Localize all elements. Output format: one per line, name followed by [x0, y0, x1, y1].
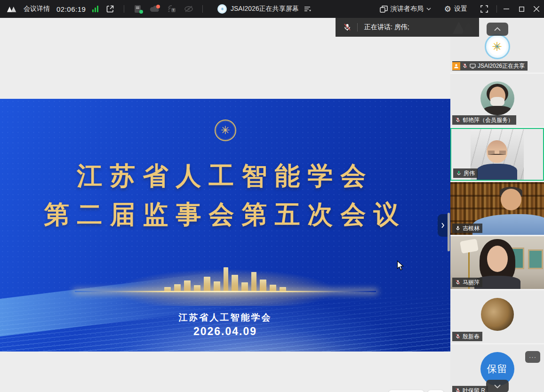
jsai-logo-avatar: ✳✳	[485, 34, 510, 59]
participant-label: 马丽萍	[452, 278, 482, 287]
participant-label: 殷新春	[452, 332, 482, 341]
participant-label: 郁艳萍（会员服务）	[452, 115, 516, 125]
participant-name: JSAI2026正在共享	[478, 63, 525, 69]
annotate-button[interactable]: 批注	[389, 390, 424, 392]
open-window-icon[interactable]	[105, 4, 115, 14]
chevron-down-icon	[494, 384, 501, 388]
participant-name: 吉根林	[463, 225, 480, 231]
participant-avatar	[480, 81, 514, 115]
participant-name: 郁艳萍（会员服务）	[463, 117, 513, 123]
fullscreen-button[interactable]	[474, 0, 495, 18]
city-skyline-graphic	[103, 264, 348, 292]
svg-text:T: T	[173, 8, 175, 12]
chevron-up-icon	[494, 27, 501, 31]
participant-tile-yuyanping[interactable]: 郁艳萍（会员服务）	[450, 74, 544, 127]
participant-label: 吉根林	[452, 224, 482, 233]
society-emblem-icon: ✳	[215, 120, 236, 141]
network-share-icon[interactable]: T	[167, 4, 177, 14]
slide-title-line2: 第二届监事会第五次会议	[0, 198, 450, 232]
avatar-initials: 保留	[487, 362, 508, 376]
scroll-down-button[interactable]	[486, 380, 509, 392]
fullscreen-icon	[480, 5, 488, 13]
participant-label: 房伟	[453, 168, 478, 178]
participant-tile-fangwei[interactable]: 房伟	[450, 128, 544, 181]
chevron-right-icon	[441, 223, 445, 228]
gear-icon: ⚙	[444, 5, 451, 13]
slide-title-line1: 江苏省人工智能学会	[0, 159, 450, 193]
layout-selector[interactable]: 演讲者布局	[373, 0, 438, 18]
sidebar-expand-tab[interactable]	[438, 214, 448, 237]
slide-footer-date: 2026.04.09	[0, 325, 450, 338]
more-options-button[interactable]: ···	[525, 351, 540, 363]
participant-avatar	[481, 298, 514, 331]
sharing-status-text: JSAI2026正在共享屏幕	[231, 5, 299, 13]
participant-tile-yinxinchun[interactable]: 殷新春	[450, 290, 544, 343]
sidebar-scrollbar[interactable]	[448, 213, 450, 251]
participant-tile-jigenlin[interactable]: 吉根林	[450, 182, 544, 235]
share-control-icon[interactable]	[303, 4, 313, 14]
mic-muted-icon	[455, 280, 461, 285]
skyline-baseline	[75, 291, 376, 292]
slide-footer-org: 江苏省人工智能学会	[0, 312, 450, 324]
participant-tile-yebaoliu[interactable]: 保留 ··· 叶保留 R	[450, 344, 544, 392]
app-logo-icon	[7, 4, 17, 14]
speaking-name: 房伟;	[394, 23, 409, 32]
mic-muted-icon	[455, 334, 461, 339]
zoom-button[interactable]	[428, 390, 444, 392]
sidebar-collapse-button[interactable]	[487, 23, 508, 36]
hide-eye-icon[interactable]	[184, 4, 194, 14]
participant-label: JSAI2026正在共享	[452, 61, 528, 71]
screen-share-icon	[470, 64, 476, 69]
titlebar-divider	[496, 5, 497, 13]
presentation-slide: ✳ 江苏省人工智能学会 第二届监事会第五次会议 江苏省人工智能学会 2026.0…	[0, 99, 450, 352]
host-badge-icon	[452, 62, 460, 70]
watermark-logo-icon	[452, 20, 476, 36]
sharer-avatar: ✳	[217, 4, 227, 14]
participant-label: 叶保留 R	[452, 386, 488, 392]
participant-name: 房伟	[464, 170, 475, 176]
meeting-details-button[interactable]: 会议详情	[24, 5, 50, 13]
titlebar-divider	[124, 5, 124, 13]
toast-divider	[357, 23, 358, 32]
participant-tile-maliping[interactable]: 马丽萍	[450, 236, 544, 289]
speaking-toast: 正在讲话: 房伟;	[336, 18, 479, 37]
network-signal-icon[interactable]	[92, 6, 98, 12]
participant-name: 殷新春	[463, 334, 480, 339]
settings-button[interactable]: ⚙ 设置	[438, 0, 474, 18]
mic-muted-icon	[455, 117, 461, 123]
settings-label: 设置	[454, 5, 467, 13]
layout-label: 演讲者布局	[391, 5, 424, 13]
titlebar-divider	[202, 5, 203, 13]
meeting-timer: 02:06:19	[56, 5, 86, 13]
mic-speaking-icon	[456, 170, 462, 176]
participant-video	[471, 129, 524, 180]
mic-muted-icon	[455, 388, 461, 392]
participants-sidebar: ✳✳ JSAI2026正在共享 郁艳萍（会员服务）	[450, 18, 544, 392]
maximize-button[interactable]	[514, 0, 529, 18]
chevron-down-icon	[426, 8, 431, 10]
cloud-icon[interactable]	[150, 4, 160, 14]
window-titlebar: 会议详情 02:06:19 T ✳ JSAI2026正在共享屏幕	[0, 0, 544, 18]
shared-screen-stage: ✳ 江苏省人工智能学会 第二届监事会第五次会议 江苏省人工智能学会 2026.0…	[0, 18, 450, 392]
close-button[interactable]	[529, 0, 544, 18]
participant-name: 马丽萍	[463, 280, 480, 285]
mic-muted-icon	[336, 23, 357, 32]
recording-file-icon[interactable]	[133, 4, 143, 14]
speaking-prefix: 正在讲话:	[364, 23, 392, 32]
participant-name: 叶保留 R	[463, 388, 485, 392]
minimize-button[interactable]	[499, 0, 514, 18]
mic-muted-icon	[462, 63, 468, 69]
mic-on-icon	[455, 225, 461, 231]
